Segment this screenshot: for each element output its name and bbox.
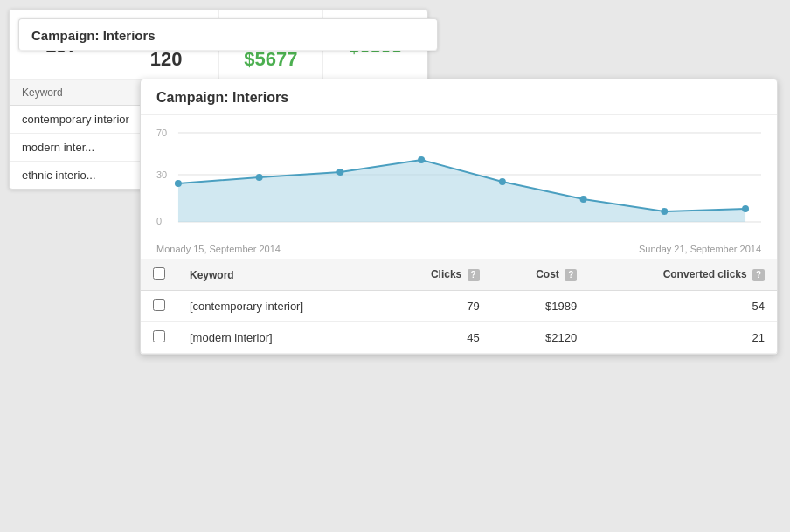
chart-date-labels: Monady 15, September 2014 Sunday 21, Sep… xyxy=(156,240,761,259)
table-row: [contemporary interior] 79 $1989 54 xyxy=(141,291,777,322)
card-front-title: Campaign: Interiors xyxy=(141,79,777,115)
chart-area: 70 30 0 Monady 15, September 2014 xyxy=(141,115,777,255)
row2-checkbox[interactable] xyxy=(153,330,165,342)
row1-front-converted: 54 xyxy=(589,291,777,322)
row2-front-keyword: [modern interior] xyxy=(177,322,383,354)
row2-front-converted: 21 xyxy=(589,322,777,354)
row2-keyword: modern inter... xyxy=(10,134,142,162)
y-label-70: 70 xyxy=(156,128,167,138)
row3-keyword: ethnic interio... xyxy=(10,162,142,190)
chart-date-start: Monady 15, September 2014 xyxy=(156,244,281,254)
front-th-clicks: Clicks ? xyxy=(383,259,492,291)
row1-keyword: contemporary interior xyxy=(10,106,142,134)
chart-area-fill xyxy=(178,160,745,222)
front-th-cost: Cost ? xyxy=(492,259,590,291)
chart-svg: 70 30 0 xyxy=(156,124,761,238)
y-label-30: 30 xyxy=(156,169,167,180)
row2-front-clicks: 45 xyxy=(383,322,492,354)
chart-dot-6 xyxy=(661,208,668,215)
row1-front-cost: $1989 xyxy=(492,291,590,322)
cost-help-icon[interactable]: ? xyxy=(565,269,577,281)
chart-dot-0 xyxy=(175,180,182,187)
row1-checkbox[interactable] xyxy=(153,299,165,311)
y-label-0: 0 xyxy=(156,216,162,226)
chart-dot-5 xyxy=(580,196,587,203)
row1-front-keyword: [contemporary interior] xyxy=(177,291,383,322)
row1-checkbox-cell xyxy=(141,291,177,322)
front-th-converted: Converted clicks ? xyxy=(589,259,777,291)
clicks-help-icon[interactable]: ? xyxy=(468,269,480,281)
back-th-keyword: Keyword xyxy=(10,80,142,106)
front-th-keyword: Keyword xyxy=(177,259,383,291)
card-front: Campaign: Interiors 70 30 0 xyxy=(140,79,778,355)
select-all-checkbox[interactable] xyxy=(153,267,165,280)
chart-dot-1 xyxy=(256,174,263,181)
row2-checkbox-cell xyxy=(141,322,177,354)
row2-front-cost: $2120 xyxy=(492,322,590,354)
chart-date-end: Sunday 21, September 2014 xyxy=(639,244,761,254)
row1-front-clicks: 79 xyxy=(383,291,492,322)
chart-dot-3 xyxy=(418,156,425,163)
table-row: [modern interior] 45 $2120 21 xyxy=(141,322,777,354)
spending-value: $5677 xyxy=(232,48,311,71)
chart-dot-2 xyxy=(336,169,343,176)
chart-dot-4 xyxy=(499,178,506,185)
front-table: Keyword Clicks ? Cost ? Converted clicks… xyxy=(141,259,777,354)
card-back-title: Campaign: Interiors xyxy=(18,18,438,51)
converted-help-icon[interactable]: ? xyxy=(752,269,765,281)
front-th-check xyxy=(141,259,177,291)
chart-dot-7 xyxy=(742,205,749,212)
leads-value: 120 xyxy=(127,48,206,71)
